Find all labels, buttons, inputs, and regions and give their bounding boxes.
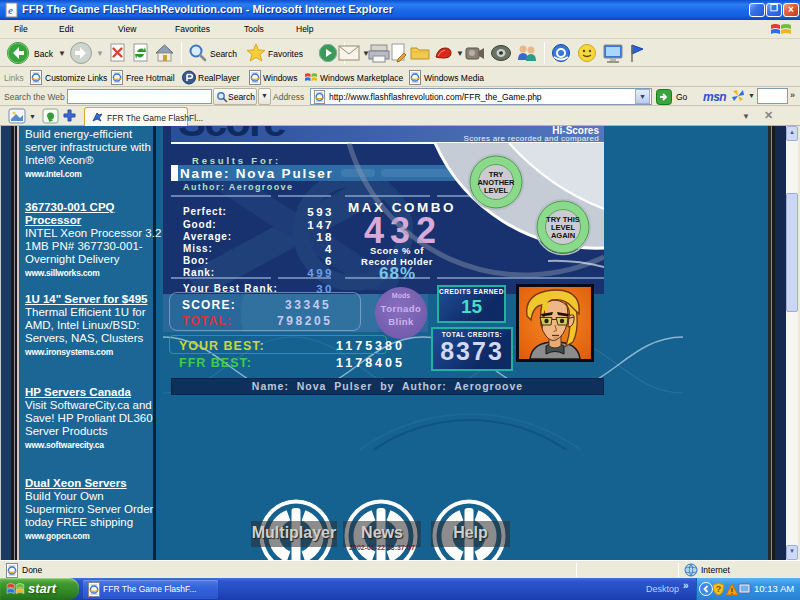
svg-text:e: e — [8, 4, 13, 16]
svg-text:AGAIN: AGAIN — [551, 231, 575, 240]
svg-text:?: ? — [716, 584, 722, 594]
svg-text:LEVEL: LEVEL — [484, 186, 509, 195]
